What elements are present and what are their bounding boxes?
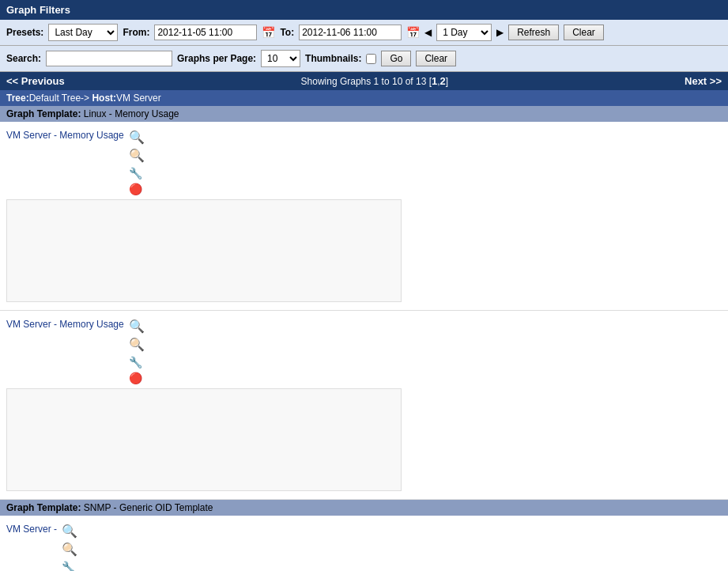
template-name-2: SNMP - Generic OID Template — [84, 502, 213, 513]
zoom-in-icon-3[interactable]: 🔍 — [62, 524, 77, 540]
next-link[interactable]: Next >> — [685, 75, 722, 87]
pin-icon-1[interactable]: 🔴 — [129, 182, 145, 196]
host-value: VM Server — [116, 93, 161, 104]
calendar-icon-to[interactable]: 📅 — [406, 26, 420, 39]
graph-template-bar-2: Graph Template: SNMP - Generic OID Templ… — [0, 500, 728, 516]
graph-area-2 — [6, 388, 402, 491]
to-input[interactable] — [299, 25, 402, 40]
graph-icons-2: 🔍 🔍 🔧 🔴 — [129, 319, 145, 385]
graph-area-1 — [6, 199, 402, 302]
properties-icon-3[interactable]: 🔧 — [62, 560, 77, 571]
thumbnails-label: Thumbnails: — [305, 53, 361, 64]
pin-icon-2[interactable]: 🔴 — [129, 371, 145, 385]
presets-select[interactable]: Last Day Last Week Last Month Last Year — [48, 24, 118, 41]
search-label: Search: — [6, 53, 41, 64]
tree-host-bar: Tree:Default Tree-> Host:VM Server — [0, 90, 728, 106]
properties-icon-1[interactable]: 🔧 — [129, 166, 145, 180]
graphs-per-page-label: Graphs per Page: — [177, 53, 256, 64]
template-label-2: Graph Template: — [6, 502, 81, 513]
arrow-left-icon[interactable]: ◀ — [424, 27, 432, 38]
from-input[interactable] — [154, 25, 257, 40]
refresh-button[interactable]: Refresh — [508, 25, 559, 40]
to-label: To: — [280, 27, 294, 38]
graph-icons-3: 🔍 🔍 🔧 🔴 — [62, 524, 77, 571]
calendar-icon-from[interactable]: 📅 — [262, 26, 275, 39]
clear-button-1[interactable]: Clear — [564, 25, 604, 40]
zoom-out-icon-3[interactable]: 🔍 — [62, 542, 77, 558]
template-name-1: Linux - Memory Usage — [84, 108, 179, 119]
graph-block-1: VM Server - Memory Usage 🔍 🔍 🔧 🔴 — [0, 122, 728, 311]
tree-label: Tree: — [6, 93, 29, 104]
graph-filters-header: Graph Filters — [0, 0, 728, 20]
header-title: Graph Filters — [6, 4, 70, 16]
arrow-right-icon[interactable]: ▶ — [496, 27, 504, 38]
tree-value: Default Tree-> — [29, 93, 89, 104]
search-input[interactable] — [46, 51, 172, 66]
zoom-out-icon-1[interactable]: 🔍 — [129, 148, 145, 164]
graph-title-row-2: VM Server - Memory Usage 🔍 🔍 🔧 🔴 — [6, 319, 722, 385]
thumbnails-checkbox[interactable] — [366, 54, 376, 64]
filters-row-2: Search: Graphs per Page: 5 10 15 20 50 T… — [0, 46, 728, 72]
graph-template-bar-1: Graph Template: Linux - Memory Usage — [0, 106, 728, 122]
navigation-bar: << Previous Showing Graphs 1 to 10 of 13… — [0, 72, 728, 90]
page-link-2[interactable]: 2 — [440, 75, 446, 87]
graph-title-2[interactable]: VM Server - Memory Usage — [6, 319, 124, 330]
graph-block-3: VM Server - 🔍 🔍 🔧 🔴 — [0, 516, 728, 571]
zoom-in-icon-2[interactable]: 🔍 — [129, 319, 145, 335]
properties-icon-2[interactable]: 🔧 — [129, 355, 145, 369]
timespan-select[interactable]: 1 Day 2 Days 1 Week 1 Month — [436, 24, 492, 41]
graph-title-3[interactable]: VM Server - — [6, 524, 57, 535]
zoom-out-icon-2[interactable]: 🔍 — [129, 337, 145, 354]
host-label: Host: — [92, 93, 116, 104]
template-label-1: Graph Template: — [6, 108, 81, 119]
graph-title-row-1: VM Server - Memory Usage 🔍 🔍 🔧 🔴 — [6, 130, 722, 196]
presets-label: Presets: — [6, 27, 43, 38]
graph-title-1[interactable]: VM Server - Memory Usage — [6, 130, 124, 141]
graph-block-2: VM Server - Memory Usage 🔍 🔍 🔧 🔴 — [0, 311, 728, 500]
clear-button-2[interactable]: Clear — [416, 51, 456, 66]
zoom-in-icon-1[interactable]: 🔍 — [129, 130, 145, 146]
prev-link[interactable]: << Previous — [6, 75, 65, 87]
page-link-1[interactable]: 1 — [432, 75, 437, 87]
graph-icons-1: 🔍 🔍 🔧 🔴 — [129, 130, 145, 196]
graph-title-row-3: VM Server - 🔍 🔍 🔧 🔴 — [6, 524, 722, 571]
graphs-per-page-select[interactable]: 5 10 15 20 50 — [261, 50, 300, 67]
filters-row-1: Presets: Last Day Last Week Last Month L… — [0, 20, 728, 46]
from-label: From: — [123, 27, 149, 38]
showing-info: Showing Graphs 1 to 10 of 13 [1,2] — [301, 75, 449, 87]
go-button[interactable]: Go — [381, 51, 411, 66]
